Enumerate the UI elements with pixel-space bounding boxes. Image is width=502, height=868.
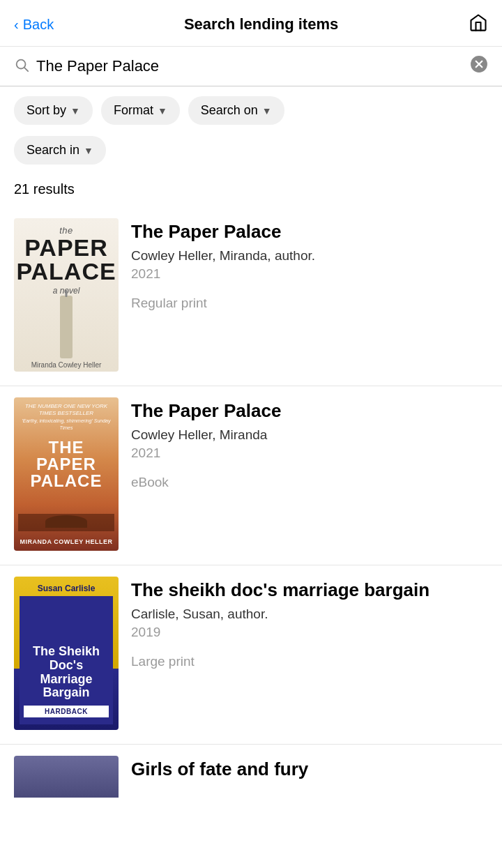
search-on-chevron-icon: ▼ bbox=[262, 105, 272, 116]
back-button[interactable]: ‹ Back bbox=[14, 17, 54, 33]
book-title: The Paper Palace bbox=[131, 221, 488, 243]
search-in-chevron-icon: ▼ bbox=[84, 145, 93, 156]
results-count: 21 results bbox=[0, 174, 502, 207]
book-info-partial: Girls of fate and fury bbox=[131, 756, 488, 780]
book-format: eBook bbox=[131, 475, 488, 490]
search-input[interactable] bbox=[36, 57, 463, 75]
filters-row-2: Search in ▼ bbox=[0, 130, 502, 174]
search-in-button[interactable]: Search in ▼ bbox=[14, 136, 106, 165]
search-in-label: Search in bbox=[26, 143, 79, 158]
sort-by-button[interactable]: Sort by ▼ bbox=[14, 96, 93, 125]
home-icon[interactable] bbox=[469, 13, 488, 36]
book-info: The sheikh doc's marriage bargain Carlis… bbox=[131, 577, 488, 669]
book-cover: THE NUMBER ONE NEW YORK TIMES BESTSELLER… bbox=[14, 397, 119, 551]
sort-by-chevron-icon: ▼ bbox=[70, 105, 80, 116]
book-cover-partial bbox=[14, 756, 119, 798]
book-title: The sheikh doc's marriage bargain bbox=[131, 579, 488, 601]
format-chevron-icon: ▼ bbox=[158, 105, 167, 116]
book-year: 2021 bbox=[131, 446, 488, 461]
book-info: The Paper Palace Cowley Heller, Miranda,… bbox=[131, 218, 488, 311]
search-on-label: Search on bbox=[201, 103, 258, 118]
format-label: Format bbox=[114, 103, 153, 118]
filters-row-1: Sort by ▼ Format ▼ Search on ▼ bbox=[0, 86, 502, 130]
book-cover: Susan Carlisle The SheikhDoc'sMarriageBa… bbox=[14, 577, 119, 730]
book-item[interactable]: Susan Carlisle The SheikhDoc'sMarriageBa… bbox=[0, 565, 502, 745]
search-icon bbox=[14, 57, 29, 76]
header: ‹ Back Search lending items bbox=[0, 0, 502, 47]
format-button[interactable]: Format ▼ bbox=[101, 96, 180, 125]
book-item[interactable]: the PAPERPALACE a novel Miranda Cowley H… bbox=[0, 207, 502, 386]
clear-icon[interactable] bbox=[470, 55, 488, 77]
svg-line-1 bbox=[24, 68, 28, 71]
back-chevron-icon: ‹ bbox=[14, 17, 19, 33]
book-item[interactable]: THE NUMBER ONE NEW YORK TIMES BESTSELLER… bbox=[0, 386, 502, 565]
book-info: The Paper Palace Cowley Heller, Miranda … bbox=[131, 397, 488, 490]
book-author: Cowley Heller, Miranda bbox=[131, 427, 488, 443]
book-title-partial: Girls of fate and fury bbox=[131, 759, 488, 780]
book-year: 2021 bbox=[131, 266, 488, 282]
book-format: Regular print bbox=[131, 296, 488, 311]
book-author: Cowley Heller, Miranda, author. bbox=[131, 248, 488, 264]
search-bar bbox=[0, 47, 502, 86]
book-author: Carlisle, Susan, author. bbox=[131, 607, 488, 622]
book-item-partial[interactable]: Girls of fate and fury bbox=[0, 745, 502, 798]
book-year: 2019 bbox=[131, 625, 488, 640]
back-label: Back bbox=[23, 17, 54, 33]
sort-by-label: Sort by bbox=[26, 103, 66, 118]
search-on-button[interactable]: Search on ▼ bbox=[188, 96, 284, 125]
book-format: Large print bbox=[131, 654, 488, 669]
page-title: Search lending items bbox=[184, 15, 338, 33]
book-title: The Paper Palace bbox=[131, 400, 488, 422]
book-cover: the PAPERPALACE a novel Miranda Cowley H… bbox=[14, 218, 119, 372]
